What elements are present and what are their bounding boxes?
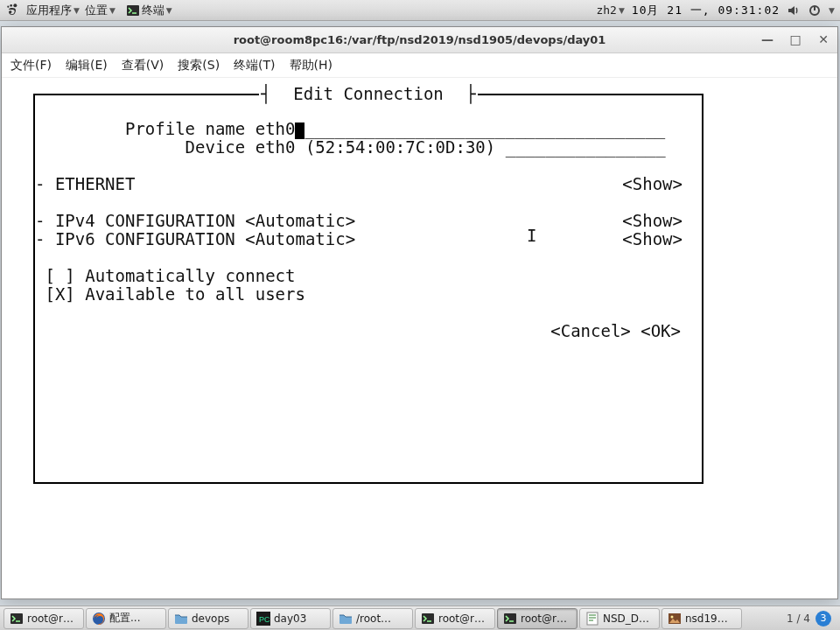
svg-rect-11 [587,612,598,625]
taskbar-item[interactable]: root@r… [497,608,578,629]
device-underscore: ________________ [506,138,666,157]
clock[interactable]: 10月 21 一, 09:31:02 [632,3,780,18]
ipv4-mode-button[interactable]: <Automatic> [245,211,355,230]
menu-help[interactable]: 帮助(H) [290,58,332,74]
taskbar-item[interactable]: devops [168,608,248,629]
taskbar-item-label: root@r… [438,612,485,625]
dialog-buttons: <Cancel> <OK> [35,322,691,340]
svg-rect-9 [422,613,434,624]
menu-file[interactable]: 文件(F) [10,58,52,74]
image-icon [668,612,682,626]
device-input[interactable]: eth0 (52:54:00:7C:0D:30) [256,138,496,157]
ipv4-row: - IPv4 CONFIGURATION <Automatic> <Show> [35,212,691,230]
svg-rect-3 [127,5,139,16]
profile-underscore: ____________________________________ [304,120,665,138]
close-button[interactable]: ✕ [815,31,832,48]
volume-icon[interactable] [787,4,801,18]
taskbar-item-label: devops [192,612,229,625]
notification-badge[interactable]: 3 [816,611,831,626]
menu-bar: 文件(F) 编辑(E) 查看(V) 搜索(S) 终端(T) 帮助(H) [2,53,837,78]
terminal-icon [503,612,517,626]
menu-edit[interactable]: 编辑(E) [66,58,108,74]
active-app-indicator[interactable]: 终端 ▼ [126,3,172,18]
ipv6-mode-button[interactable]: <Automatic> [245,229,355,248]
ethernet-row: - ETHERNET <Show> [35,175,691,193]
ok-button[interactable]: <OK> [640,321,681,340]
taskbar-item[interactable]: root@r… [4,608,84,629]
all-users-label: Available to all users [85,285,305,304]
gedit-icon [585,612,599,626]
power-icon[interactable] [808,4,822,18]
taskbar-item[interactable]: nsd19… [662,608,742,629]
terminal-icon [421,612,435,626]
menu-terminal[interactable]: 终端(T) [234,58,275,74]
auto-connect-row: [ ] Automatically connect [35,267,691,285]
input-method-indicator[interactable]: zh2 ▼ [596,4,624,17]
taskbar-item[interactable]: /root… [332,608,413,629]
taskbar-item-label: day03 [274,612,306,625]
ethernet-label[interactable]: ETHERNET [55,174,136,193]
chevron-down-icon: ▼ [166,6,172,15]
dialog-title: ┤ Edit Connection ├ [35,85,702,103]
window-title: root@room8pc16:/var/ftp/nsd2019/nsd1905/… [234,33,606,46]
chevron-down-icon: ▼ [109,6,116,15]
time-label: 09:31:02 [718,4,780,17]
terminal-icon [10,612,24,626]
ipv6-show-button[interactable]: <Show> [622,230,691,248]
taskbar-item-label: root@r… [27,612,74,625]
dialog-title-text: Edit Connection [288,84,449,103]
cancel-button[interactable]: <Cancel> [550,321,631,340]
svg-point-1 [10,4,12,7]
workspace-indicator[interactable]: 1 / 4 [787,612,810,625]
svg-rect-5 [10,613,23,624]
window-title-bar[interactable]: root@room8pc16:/var/ftp/nsd2019/nsd1905/… [2,27,837,53]
applications-menu[interactable]: 应用程序 ▼ [26,3,80,18]
ethernet-show-button[interactable]: <Show> [622,175,691,193]
taskbar-item-label: nsd19… [685,612,728,625]
date-label: 10月 21 一, [632,4,710,17]
profile-name-label: Profile name [125,120,245,138]
profile-name-row: Profile name eth0_______________________… [35,120,691,138]
svg-point-13 [671,615,674,618]
nmtui-dialog: ┤ Edit Connection ├ Profile name eth0___… [33,94,704,484]
gnome-top-panel: 应用程序 ▼ 位置 ▼ 终端 ▼ zh2 ▼ 10月 21 一, 09:31:0… [0,0,840,21]
minimize-button[interactable]: — [759,31,776,48]
all-users-checkbox[interactable]: [X] [45,285,74,304]
taskbar-item-label: 配置... [109,611,140,626]
menu-search[interactable]: 搜索(S) [178,58,220,74]
firefox-icon [92,612,106,626]
folder-icon [339,612,353,626]
gnome-logo-icon [5,3,21,18]
input-method-label: zh2 [596,4,616,17]
ipv6-label[interactable]: IPv6 CONFIGURATION [55,229,235,248]
chevron-down-icon: ▼ [74,6,80,15]
taskbar-item[interactable]: PCday03 [250,608,331,629]
chevron-down-icon: ▼ [829,6,835,15]
ipv6-row: - IPv6 CONFIGURATION <Automatic> <Show> [35,230,691,248]
taskbar-item[interactable]: NSD_D… [579,608,660,629]
gnome-bottom-panel: root@r…配置...devopsPCday03/root…root@r…ro… [0,606,840,630]
terminal-window: root@room8pc16:/var/ftp/nsd2019/nsd1905/… [1,26,838,599]
ibeam-cursor-icon: I [527,227,536,245]
text-cursor-icon [295,122,304,139]
applications-label: 应用程序 [26,3,72,18]
profile-name-input[interactable]: eth0 [256,120,296,138]
all-users-row: [X] Available to all users [35,285,691,304]
svg-rect-10 [504,613,516,624]
svg-text:PC: PC [259,615,270,624]
desktop-area: root@room8pc16:/var/ftp/nsd2019/nsd1905/… [0,21,840,606]
device-row: Device eth0 (52:54:00:7C:0D:30) ________… [35,138,691,157]
ipv4-label[interactable]: IPv4 CONFIGURATION [55,211,235,230]
terminal-icon [126,4,140,18]
menu-view[interactable]: 查看(V) [122,58,164,74]
places-menu[interactable]: 位置 ▼ [85,3,116,18]
taskbar-item-label: /root… [356,612,391,625]
chevron-down-icon: ▼ [619,6,625,15]
taskbar-item[interactable]: 配置... [86,608,166,629]
pycharm-icon: PC [256,612,270,626]
ipv4-show-button[interactable]: <Show> [622,212,691,230]
terminal-body[interactable]: ┤ Edit Connection ├ Profile name eth0___… [2,78,837,598]
maximize-button[interactable]: □ [787,31,804,48]
taskbar-item[interactable]: root@r… [415,608,495,629]
auto-connect-checkbox[interactable]: [ ] [45,267,74,285]
